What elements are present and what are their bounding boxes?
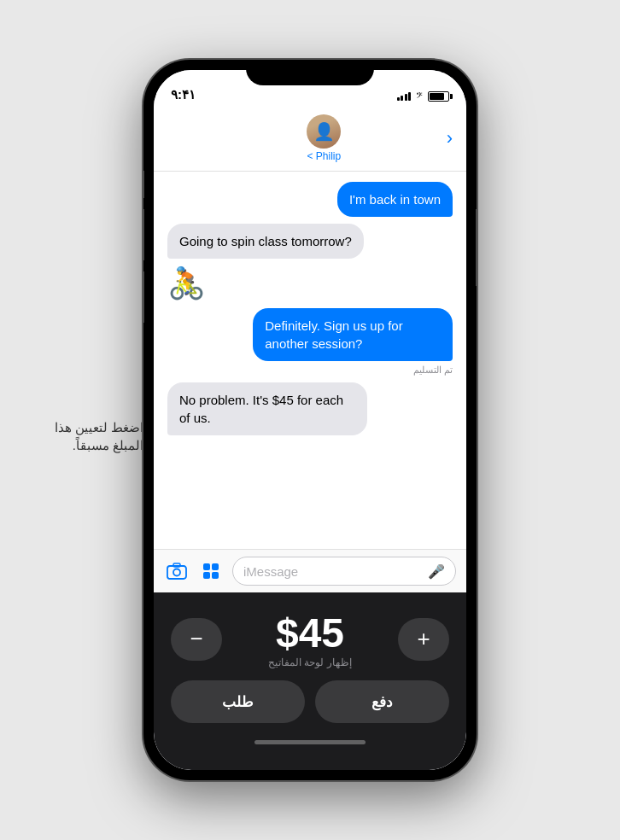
mic-icon[interactable]: 🎤 [428, 563, 445, 580]
volume-up-button[interactable] [143, 209, 144, 260]
scene: اضغط لتعيين هذا المبلغ مسبقاً. ۹:۴۱ [0, 0, 620, 840]
svg-rect-3 [203, 563, 210, 570]
emoji-message: 🚴 [167, 265, 206, 301]
pay-button[interactable]: دفع [315, 680, 449, 723]
avatar-image: 👤 [307, 114, 341, 149]
signal-bar-3 [405, 94, 407, 101]
message-bubble-received-2: No problem. It's $45 for each of us. [167, 382, 367, 435]
signal-bar-1 [397, 97, 400, 101]
mute-button[interactable] [143, 171, 144, 198]
signal-bar-4 [408, 92, 411, 101]
camera-icon[interactable] [164, 558, 190, 584]
signal-bar-2 [401, 96, 403, 101]
battery-fill [430, 93, 444, 100]
messages-header: 👤 < Philip › [154, 108, 466, 172]
chevron-right-icon[interactable]: › [447, 127, 453, 149]
contact-avatar[interactable]: 👤 [307, 114, 341, 149]
power-button[interactable] [476, 209, 477, 286]
header-center[interactable]: 👤 < Philip [307, 114, 341, 162]
chat-area: I'm back in town Going to spin class tom… [154, 172, 466, 549]
home-indicator [254, 740, 366, 744]
svg-rect-4 [212, 563, 219, 570]
message-bubble-sent-1: I'm back in town [337, 182, 453, 217]
minus-button[interactable]: − [171, 618, 222, 661]
message-placeholder: iMessage [243, 564, 428, 579]
wifi-icon: 𝄢 [416, 90, 423, 102]
plus-button[interactable]: + [398, 618, 449, 661]
message-bubble-sent-2: Definitely. Sign us up for another sessi… [253, 308, 453, 361]
input-area: iMessage 🎤 [154, 549, 466, 592]
annotation-text: اضغط لتعيين هذا المبلغ مسبقاً. [24, 418, 143, 454]
svg-rect-6 [212, 572, 219, 579]
amount-display: $45 إظهار لوحة المفاتيح [222, 610, 398, 668]
status-time: ۹:۴۱ [171, 87, 196, 102]
message-bubble-received-1: Going to spin class tomorrow? [167, 224, 364, 259]
svg-rect-5 [203, 572, 210, 579]
contact-name[interactable]: < Philip [307, 150, 341, 162]
message-input-field[interactable]: iMessage 🎤 [232, 557, 456, 586]
request-button[interactable]: طلب [171, 680, 305, 723]
phone-screen: ۹:۴۱ 𝄢 [154, 70, 466, 770]
battery-icon [428, 91, 449, 102]
delivery-status: تم التسليم [413, 365, 453, 376]
payment-area: − $45 إظهار لوحة المفاتيح + طلب دفع [154, 592, 466, 770]
phone-notch [246, 60, 374, 85]
volume-down-button[interactable] [143, 271, 144, 323]
svg-rect-2 [173, 563, 180, 567]
amount-hint[interactable]: إظهار لوحة المفاتيح [222, 656, 398, 668]
svg-rect-0 [167, 566, 186, 579]
amount-value: $45 [222, 610, 398, 656]
apps-icon[interactable] [198, 558, 224, 584]
payment-buttons: طلب دفع [171, 680, 449, 723]
signal-icon [397, 92, 412, 101]
amount-row: − $45 إظهار لوحة المفاتيح + [171, 610, 449, 668]
phone-device: ۹:۴۱ 𝄢 [143, 60, 477, 780]
status-icons: 𝄢 [397, 90, 450, 102]
svg-point-1 [173, 569, 180, 576]
